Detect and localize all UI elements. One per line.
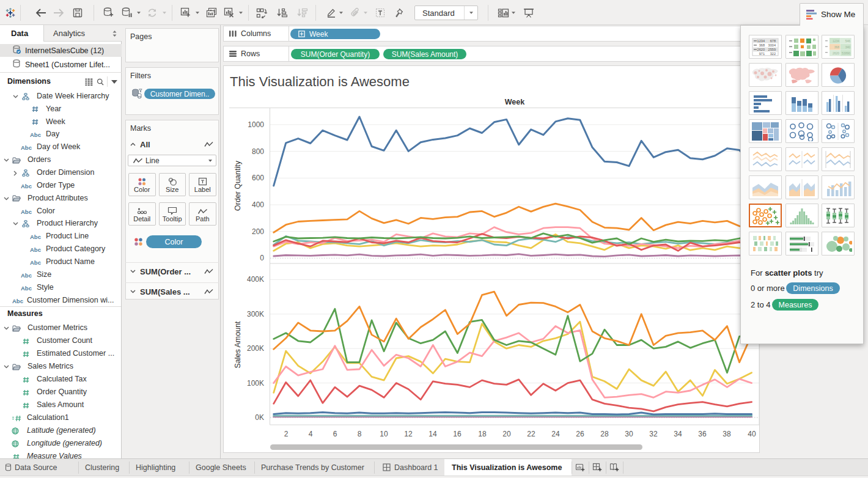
svg-text:2620: 2620 <box>757 48 765 51</box>
svg-text:340: 340 <box>845 45 851 49</box>
svg-text:368: 368 <box>759 43 765 47</box>
svg-text:546: 546 <box>845 39 851 43</box>
svg-text:3004: 3004 <box>768 43 776 47</box>
svg-text:2559: 2559 <box>768 48 776 51</box>
svg-text:2620: 2620 <box>833 51 839 55</box>
svg-text:971: 971 <box>759 52 765 56</box>
svg-text:53890: 53890 <box>842 51 850 55</box>
svg-text:368: 368 <box>834 45 840 49</box>
svg-text:678: 678 <box>770 39 776 43</box>
svg-text:1234: 1234 <box>833 39 839 43</box>
svg-text:1234: 1234 <box>757 39 765 43</box>
svg-text:322: 322 <box>770 52 776 56</box>
